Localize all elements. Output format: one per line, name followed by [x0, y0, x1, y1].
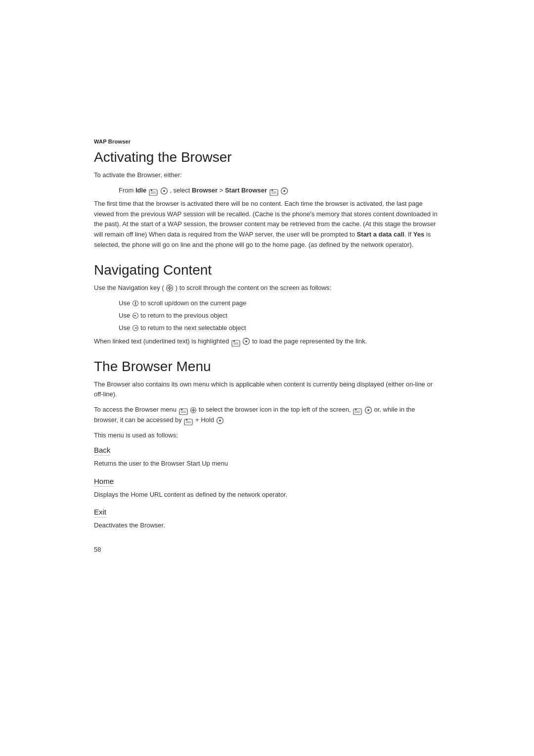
- browser-menu-section: The Browser Menu The Browser also contai…: [94, 359, 440, 531]
- svg-rect-51: [186, 419, 187, 421]
- activating-title: Activating the Browser: [94, 149, 440, 165]
- section-label: WAP Browser: [94, 139, 440, 144]
- sim-icon-2: [269, 187, 279, 194]
- sim-icon-4: [178, 407, 188, 414]
- svg-marker-41: [191, 409, 193, 411]
- svg-marker-39: [193, 408, 194, 409]
- navigating-footer: When linked text (underlined text) is hi…: [94, 336, 440, 347]
- svg-marker-26: [136, 328, 137, 329]
- nav-icon-3: [132, 311, 139, 321]
- svg-rect-28: [232, 340, 240, 346]
- svg-point-5: [163, 190, 165, 192]
- back-subsection: Back Returns the user to the Browser Sta…: [94, 446, 440, 469]
- sim-icon-6: [183, 417, 193, 424]
- svg-rect-35: [181, 409, 182, 410]
- nav-icon-4: [132, 323, 139, 333]
- ok-icon-5: [216, 415, 224, 425]
- svg-marker-20: [134, 304, 136, 306]
- svg-rect-0: [149, 189, 157, 195]
- activating-intro: To activate the Browser, either:: [94, 170, 440, 181]
- svg-rect-34: [179, 409, 187, 415]
- svg-marker-15: [167, 287, 169, 289]
- exit-subsection: Exit Deactivates the Browser.: [94, 508, 440, 531]
- svg-rect-44: [354, 409, 361, 415]
- svg-point-55: [219, 420, 221, 422]
- svg-point-24: [135, 315, 136, 316]
- sim-icon-1: [148, 187, 158, 194]
- svg-rect-6: [270, 189, 278, 195]
- home-description: Displays the Home URL content as defined…: [94, 490, 440, 500]
- ok-icon-3: [242, 336, 250, 347]
- home-title: Home: [94, 477, 114, 487]
- sim-icon-5: [353, 407, 362, 414]
- navigating-section: Navigating Content Use the Navigation ke…: [94, 262, 440, 347]
- navigating-title: Navigating Content: [94, 262, 440, 278]
- nav-item-3: Use to return to the next selectable obj…: [119, 323, 440, 333]
- nav-item-2: Use to return to the previous object: [119, 311, 440, 321]
- activating-instruction: From Idle , sele: [94, 186, 440, 196]
- browser-menu-title: The Browser Menu: [94, 359, 440, 375]
- nav-icon-2: [132, 298, 139, 309]
- activating-body: The first time that the browser is activ…: [94, 199, 440, 250]
- svg-marker-14: [169, 289, 171, 290]
- exit-title: Exit: [94, 508, 106, 518]
- svg-point-11: [283, 190, 285, 192]
- svg-marker-13: [169, 285, 171, 287]
- svg-point-49: [367, 409, 369, 411]
- browser-menu-intro1: The Browser also contains its own menu w…: [94, 379, 440, 400]
- ok-icon-1: [160, 186, 168, 196]
- svg-marker-42: [194, 409, 196, 411]
- activating-section: Activating the Browser To activate the B…: [94, 149, 440, 250]
- activating-instruction-text: From Idle , sele: [119, 186, 440, 196]
- svg-point-17: [169, 287, 171, 289]
- svg-marker-23: [133, 315, 134, 317]
- page-number: 58: [94, 546, 440, 553]
- back-description: Returns the user to the Browser Start Up…: [94, 459, 440, 469]
- nav-item-1: Use to scroll up/down on the current pag…: [119, 298, 440, 309]
- svg-rect-7: [271, 189, 273, 191]
- svg-point-43: [193, 410, 194, 411]
- svg-point-27: [135, 328, 136, 329]
- svg-rect-29: [233, 340, 235, 342]
- svg-rect-1: [151, 189, 152, 191]
- svg-rect-50: [184, 419, 192, 425]
- nav-icon-5: [190, 405, 197, 415]
- exit-description: Deactivates the Browser.: [94, 520, 440, 531]
- home-subsection: Home Displays the Home URL content as de…: [94, 477, 440, 500]
- ok-icon-4: [364, 405, 372, 415]
- svg-point-33: [245, 340, 247, 342]
- svg-marker-19: [134, 301, 136, 303]
- page-container: WAP Browser Activating the Browser To ac…: [0, 0, 534, 756]
- browser-menu-intro2: To access the Browser menu: [94, 405, 440, 425]
- back-title: Back: [94, 446, 110, 456]
- svg-marker-40: [193, 411, 194, 412]
- svg-point-21: [135, 303, 136, 304]
- sim-icon-3: [231, 338, 241, 345]
- navigating-items: Use to scroll up/down on the current pag…: [94, 298, 440, 333]
- ok-icon-2: [280, 186, 288, 196]
- browser-menu-intro3: This menu is used as follows:: [94, 430, 440, 441]
- svg-marker-16: [171, 287, 172, 289]
- svg-rect-45: [355, 409, 356, 410]
- nav-icon-1: [166, 283, 174, 293]
- navigating-intro: Use the Navigation key ( ) to scroll thr…: [94, 283, 440, 293]
